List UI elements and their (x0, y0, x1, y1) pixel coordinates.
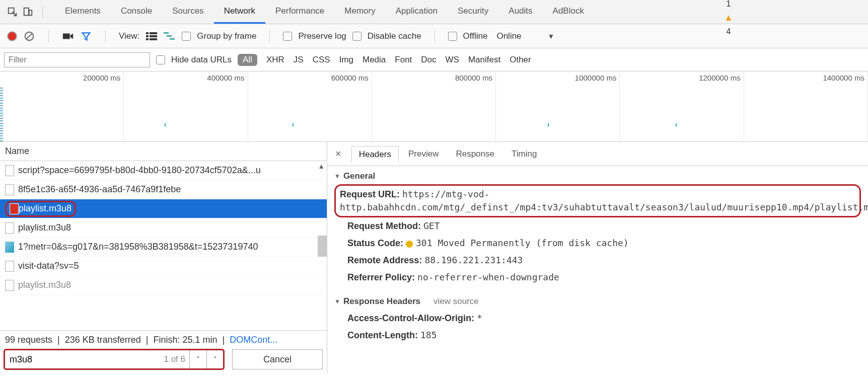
request-name: script?space=6699795f-b80d-4bb0-9180-207… (18, 165, 261, 176)
filter-type-all[interactable]: All (238, 54, 257, 66)
disclosure-triangle-icon: ▼ (334, 298, 340, 305)
find-input[interactable] (5, 350, 164, 369)
camera-icon[interactable] (62, 30, 74, 42)
status-dot-icon (406, 241, 413, 248)
group-by-frame-label: Group by frame (197, 31, 256, 41)
hide-data-urls-checkbox[interactable] (156, 55, 165, 64)
request-row[interactable]: 8f5e1c36-a65f-4936-aa5d-7467a9f1febe (0, 180, 327, 199)
svg-rect-8 (146, 35, 149, 37)
status-code-value: 301 Moved Permanently (from disk cache) (416, 238, 629, 248)
request-row[interactable]: 1?metr=0&s=g017&n=381958%3B381958&t=1523… (0, 238, 327, 257)
panel-tab-application[interactable]: Application (386, 0, 448, 24)
throttling-select[interactable]: Online (496, 31, 521, 41)
dom-content-time: DOMCont... (230, 335, 277, 345)
svg-rect-13 (167, 35, 172, 37)
timeline-label: 800000 ms (455, 73, 492, 82)
detail-tab-headers[interactable]: Headers (351, 146, 399, 163)
timeline-label: 400000 ms (207, 73, 244, 82)
panel-tab-security[interactable]: Security (448, 0, 498, 24)
timeline-label: 600000 ms (331, 73, 369, 82)
svg-rect-12 (164, 32, 169, 34)
detail-tabs: × HeadersPreviewResponseTiming (327, 142, 868, 166)
inspect-icon[interactable] (5, 5, 20, 20)
disclosure-triangle-icon: ▼ (334, 173, 340, 180)
panel-tab-sources[interactable]: Sources (162, 0, 213, 24)
disable-cache-checkbox[interactable] (352, 32, 361, 41)
request-url-row: Request URL: https://mtg-vod-http.babahh… (334, 184, 861, 217)
find-bar: 1 of 6 ˄ ˅ (4, 349, 224, 369)
offline-label: Offline (463, 31, 488, 41)
filter-type-doc[interactable]: Doc (421, 55, 436, 65)
request-method-value: GET (423, 220, 440, 231)
scrollbar-thumb[interactable] (318, 236, 327, 257)
filter-input[interactable] (4, 52, 150, 67)
record-button[interactable] (7, 31, 17, 41)
group-by-frame-checkbox[interactable] (182, 32, 191, 41)
waterfall-view-icon[interactable] (164, 30, 176, 42)
request-row[interactable]: playlist.m3u8 (0, 218, 327, 238)
finish-time: Finish: 25.1 min (154, 335, 218, 345)
filter-type-img[interactable]: Img (339, 55, 353, 65)
filter-type-other[interactable]: Other (510, 55, 531, 65)
document-file-icon (5, 261, 14, 272)
panel-tab-network[interactable]: Network (214, 0, 265, 24)
close-icon[interactable]: × (332, 148, 344, 160)
detail-tab-timing[interactable]: Timing (504, 145, 544, 163)
panel-tab-memory[interactable]: Memory (334, 0, 385, 24)
response-headers-section-header[interactable]: ▼ Response Headers view source (334, 296, 861, 307)
svg-rect-11 (150, 38, 157, 40)
filter-type-media[interactable]: Media (363, 55, 386, 65)
panel-tab-console[interactable]: Console (111, 0, 162, 24)
request-list: ▲ script?space=6699795f-b80d-4bb0-9180-2… (0, 161, 327, 330)
timeline-label: 1000000 ms (575, 73, 617, 82)
detail-tab-preview[interactable]: Preview (401, 145, 446, 163)
request-row[interactable]: visit-data?sv=5 (0, 257, 327, 276)
request-name: playlist.m3u8 (18, 222, 71, 233)
find-prev-button[interactable]: ˄ (189, 350, 206, 369)
panel-tab-adblock[interactable]: AdBlock (543, 0, 594, 24)
filter-type-ws[interactable]: WS (446, 55, 459, 65)
filter-icon[interactable] (80, 30, 92, 42)
overview-timeline[interactable]: 200000 ms400000 ms600000 ms800000 ms1000… (0, 71, 868, 142)
request-row[interactable]: script?space=6699795f-b80d-4bb0-9180-207… (0, 161, 327, 180)
scroll-up-icon[interactable]: ▲ (318, 162, 325, 170)
device-mode-icon[interactable] (20, 5, 35, 20)
svg-rect-9 (150, 35, 157, 37)
request-row[interactable]: playlist.m3u8 (0, 276, 327, 295)
request-url-value[interactable]: https://mtg-vod-http.babahhcdn.com/mtg/_… (340, 189, 868, 212)
view-source-link[interactable]: view source (433, 296, 479, 307)
request-row[interactable]: playlist.m3u8 (0, 199, 327, 218)
error-count: 1 (727, 0, 731, 9)
general-section-header[interactable]: ▼ General (334, 171, 861, 181)
warning-icon[interactable]: ▲ (724, 13, 733, 23)
filter-type-css[interactable]: CSS (313, 55, 330, 65)
list-view-icon[interactable] (146, 30, 158, 42)
acao-value: * (477, 313, 482, 323)
panel-tab-audits[interactable]: Audits (498, 0, 542, 24)
content-length-value: 185 (420, 330, 437, 340)
chevron-down-icon[interactable]: ▼ (548, 32, 555, 40)
svg-line-4 (27, 33, 32, 39)
find-next-button[interactable]: ˅ (206, 350, 224, 369)
panel-tabs: ElementsConsoleSourcesNetworkPerformance… (55, 0, 594, 24)
offline-checkbox[interactable] (448, 32, 457, 41)
warning-count: 4 (727, 27, 731, 36)
timeline-label: 1200000 ms (699, 73, 741, 82)
clear-icon[interactable] (23, 30, 35, 42)
svg-rect-14 (170, 38, 175, 40)
filter-type-font[interactable]: Font (395, 55, 412, 65)
preserve-log-checkbox[interactable] (283, 32, 292, 41)
hide-data-urls-label: Hide data URLs (171, 55, 232, 65)
filter-type-xhr[interactable]: XHR (266, 55, 284, 65)
disable-cache-label: Disable cache (368, 31, 421, 41)
filter-type-manifest[interactable]: Manifest (468, 55, 500, 65)
cancel-button[interactable]: Cancel (232, 349, 323, 369)
detail-tab-response[interactable]: Response (448, 145, 502, 163)
filter-type-js[interactable]: JS (294, 55, 304, 65)
svg-rect-7 (150, 32, 157, 34)
request-name: playlist.m3u8 (19, 203, 71, 214)
name-column-header[interactable]: Name (0, 142, 327, 161)
timeline-label: 200000 ms (83, 73, 120, 82)
panel-tab-elements[interactable]: Elements (55, 0, 111, 24)
panel-tab-performance[interactable]: Performance (265, 0, 334, 24)
